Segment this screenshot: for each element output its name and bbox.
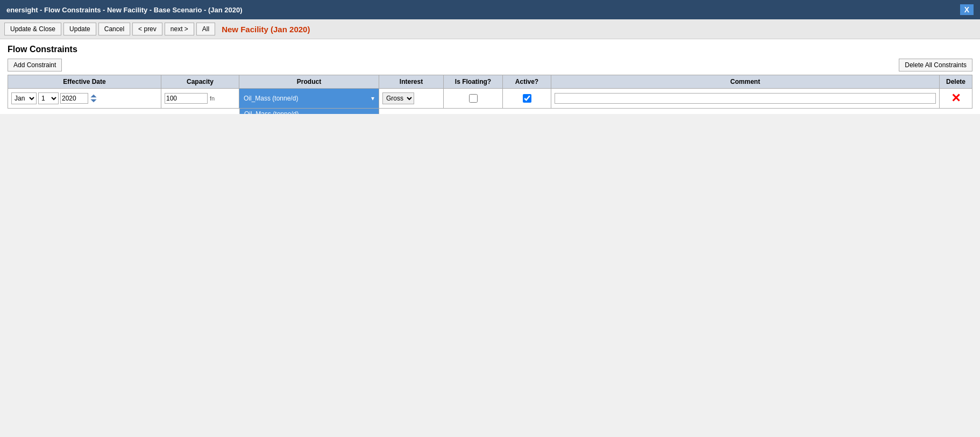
next-button[interactable]: next > [165, 23, 194, 35]
main-content: Flow Constraints Add Constraint Delete A… [0, 39, 980, 114]
comment-cell [551, 89, 940, 108]
update-close-button[interactable]: Update & Close [4, 23, 61, 35]
delete-row-button[interactable]: ✕ [951, 92, 961, 104]
header-interest: Interest [379, 75, 444, 88]
add-constraint-button[interactable]: Add Constraint [8, 59, 62, 71]
is-floating-cell [444, 89, 503, 108]
cancel-button[interactable]: Cancel [98, 23, 130, 35]
year-input[interactable] [60, 93, 88, 104]
date-spinner[interactable] [90, 94, 97, 103]
delete-all-button[interactable]: Delete All Constraints [899, 59, 972, 71]
toolbar: Update & Close Update Cancel < prev next… [0, 19, 980, 39]
header-effective-date: Effective Date [8, 75, 161, 88]
facility-title: New Facility (Jan 2020) [222, 25, 310, 34]
selected-product-text: Oil_Mass (tonne/d) [244, 95, 298, 102]
header-capacity: Capacity [161, 75, 239, 88]
effective-date-cell: JanFebMarAprMayJunJulAugSepOctNovDec 123… [8, 89, 161, 108]
table-header: Effective Date Capacity Product Interest… [8, 75, 972, 88]
header-delete: Delete [940, 75, 972, 88]
day-select[interactable]: 1234567891011121314151617181920212223242… [38, 92, 59, 104]
is-floating-checkbox[interactable] [469, 94, 478, 103]
interest-cell: GrossNet [379, 89, 444, 108]
fn-label: fn [210, 95, 215, 102]
close-button[interactable]: X [960, 4, 974, 15]
table-row: JanFebMarAprMayJunJulAugSepOctNovDec 123… [8, 88, 972, 109]
product-cell: Oil_Mass (tonne/d) ▾ Oil_Mass (tonne/d)O… [239, 89, 379, 108]
product-list-item[interactable]: Oil_Mass (tonne/d) [240, 109, 379, 114]
product-selected-display[interactable]: Oil_Mass (tonne/d) ▾ [239, 89, 379, 108]
dropdown-arrow-icon: ▾ [371, 95, 374, 102]
capacity-cell: fn [161, 89, 239, 108]
header-active: Active? [503, 75, 551, 88]
window-title: enersight - Flow Constraints - New Facil… [6, 6, 243, 14]
spinner-up-icon[interactable] [90, 94, 97, 98]
section-title: Flow Constraints [8, 45, 972, 54]
active-cell [503, 89, 551, 108]
interest-select[interactable]: GrossNet [382, 92, 414, 104]
spinner-down-icon[interactable] [90, 98, 97, 103]
prev-button[interactable]: < prev [132, 23, 162, 35]
product-dropdown-list[interactable]: Oil_Mass (tonne/d)Oil_MinDensity (kg/m3)… [239, 108, 379, 114]
header-comment: Comment [551, 75, 940, 88]
header-is-floating: Is Floating? [444, 75, 503, 88]
month-select[interactable]: JanFebMarAprMayJunJulAugSepOctNovDec [11, 92, 37, 104]
comment-input[interactable] [555, 93, 936, 104]
capacity-input[interactable] [165, 93, 208, 104]
active-checkbox[interactable] [523, 94, 531, 103]
all-button[interactable]: All [196, 23, 215, 35]
update-button[interactable]: Update [63, 23, 96, 35]
delete-cell: ✕ [940, 89, 972, 108]
header-product: Product [239, 75, 379, 88]
title-bar: enersight - Flow Constraints - New Facil… [0, 0, 980, 19]
constraints-toolbar: Add Constraint Delete All Constraints [8, 59, 972, 71]
